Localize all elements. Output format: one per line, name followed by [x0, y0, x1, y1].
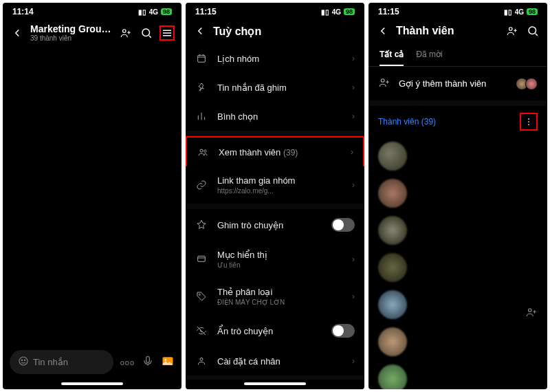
chat-header: Marketing Group - Đ... 39 thành viên: [3, 18, 182, 47]
option-personal-settings[interactable]: Cài đặt cá nhân ›: [186, 347, 364, 375]
member-item[interactable]: [368, 360, 547, 389]
emoji-icon[interactable]: [18, 356, 29, 369]
toggle-off[interactable]: [331, 218, 355, 232]
suggest-label: Gợi ý thêm thành viên: [399, 78, 510, 89]
back-icon[interactable]: [10, 25, 25, 41]
mic-icon[interactable]: [142, 355, 154, 370]
option-category[interactable]: Thẻ phân loại ĐIỆN MÁY CHỢ LỚN ›: [186, 278, 364, 315]
battery-badge: 98: [344, 8, 355, 15]
user-settings-icon: [195, 356, 208, 367]
svg-point-15: [509, 28, 513, 31]
svg-point-0: [123, 29, 126, 32]
back-icon[interactable]: [192, 23, 208, 39]
tab-invited[interactable]: Đã mời: [416, 44, 442, 66]
gallery-icon[interactable]: [161, 354, 175, 371]
network-label: 4G: [332, 8, 341, 16]
menu-icon[interactable]: [160, 25, 175, 41]
chat-input-bar: Tin nhắn ooo: [3, 345, 182, 380]
title-block[interactable]: Marketing Group - Đ... 39 thành viên: [30, 23, 113, 42]
status-bar: 11:14 ▮▯ 4G 98: [3, 3, 182, 18]
status-bar: 11:15 ▮▯ 4G 98: [368, 3, 547, 18]
chevron-right-icon: ›: [351, 147, 353, 157]
option-hide-chat[interactable]: Ẩn trò chuyện: [186, 315, 364, 347]
option-label: Ghim trò chuyện: [217, 220, 322, 230]
option-label: Thẻ phân loại ĐIỆN MÁY CHỢ LỚN: [217, 287, 342, 306]
option-label: Mục hiển thị Ưu tiên: [217, 250, 342, 269]
toggle-off[interactable]: [331, 324, 355, 338]
section-divider: [368, 100, 547, 106]
status-time: 11:15: [378, 7, 399, 17]
member-item[interactable]: [368, 175, 547, 212]
member-tabs: Tất cả Đã mời: [368, 44, 547, 67]
option-join-link[interactable]: Link tham gia nhóm https://zalo.me/g... …: [186, 166, 364, 204]
home-indicator: [244, 382, 306, 385]
avatar: [378, 179, 407, 208]
pin-icon: [195, 82, 208, 93]
members-title: Thành viên: [396, 25, 499, 37]
calendar-icon: [195, 53, 208, 64]
signal-icon: ▮▯: [138, 8, 146, 16]
input-placeholder: Tin nhắn: [33, 357, 68, 367]
svg-rect-5: [146, 356, 150, 362]
battery-badge: 98: [161, 8, 172, 15]
svg-rect-8: [198, 55, 206, 62]
tab-all[interactable]: Tất cả: [380, 44, 404, 66]
avatar: [378, 327, 407, 356]
svg-point-12: [199, 294, 200, 295]
svg-point-19: [528, 121, 529, 122]
screen-options: 11:15 ▮▯ 4G 98 Tuỳ chọn Lịch nhóm › Tin …: [186, 3, 364, 389]
option-pin-chat[interactable]: Ghim trò chuyện: [186, 209, 364, 241]
option-label: Ẩn trò chuyện: [217, 326, 322, 336]
search-icon[interactable]: [139, 25, 154, 41]
chat-body: [3, 47, 182, 345]
option-display[interactable]: Mục hiển thị Ưu tiên ›: [186, 241, 364, 278]
svg-point-2: [19, 357, 28, 365]
member-item[interactable]: [368, 249, 547, 286]
tag-icon: [195, 291, 208, 302]
status-time: 11:14: [12, 7, 34, 17]
option-pinned[interactable]: Tin nhắn đã ghim ›: [186, 73, 364, 102]
screen-members: 11:15 ▮▯ 4G 98 Thành viên Tất cả Đã mời …: [368, 3, 547, 389]
member-item[interactable]: [368, 323, 547, 360]
chevron-right-icon: ›: [352, 54, 355, 63]
section-divider: [186, 375, 364, 380]
status-time: 11:15: [195, 7, 217, 17]
members-count-label: Thành viên (39): [378, 117, 436, 127]
svg-point-4: [24, 360, 25, 360]
member-item[interactable]: [368, 286, 547, 323]
suggest-members[interactable]: Gợi ý thêm thành viên: [368, 67, 547, 100]
home-indicator: [61, 382, 123, 385]
suggested-avatars: [518, 78, 538, 90]
status-bar: 11:15 ▮▯ 4G 98: [186, 3, 364, 18]
option-view-members[interactable]: Xem thành viên (39) ›: [186, 136, 364, 166]
poll-icon: [195, 111, 208, 122]
member-item[interactable]: [368, 138, 547, 175]
member-list[interactable]: [368, 138, 547, 389]
screen-chat: 11:14 ▮▯ 4G 98 Marketing Group - Đ... 39…: [3, 3, 182, 389]
network-label: 4G: [149, 8, 158, 16]
avatar: [378, 290, 407, 319]
section-divider: [186, 131, 364, 136]
option-poll[interactable]: Bình chọn ›: [186, 102, 364, 131]
message-input[interactable]: Tin nhắn: [10, 350, 113, 374]
more-icon[interactable]: ooo: [120, 358, 135, 367]
svg-point-3: [21, 360, 22, 360]
display-icon: [195, 254, 208, 265]
add-member-icon[interactable]: [118, 25, 133, 41]
search-icon[interactable]: [525, 23, 540, 39]
status-right: ▮▯ 4G 98: [504, 8, 538, 16]
chevron-right-icon: ›: [352, 111, 355, 121]
member-item[interactable]: [368, 212, 547, 249]
option-calendar[interactable]: Lịch nhóm ›: [186, 44, 364, 73]
add-member-icon: [378, 76, 390, 91]
signal-icon: ▮▯: [504, 8, 512, 16]
kebab-menu-icon[interactable]: [520, 113, 538, 131]
back-icon[interactable]: [375, 23, 390, 39]
link-icon: [195, 179, 208, 190]
chevron-right-icon: ›: [352, 83, 355, 92]
add-member-icon[interactable]: [505, 23, 520, 39]
option-label: Bình chọn: [217, 111, 342, 122]
svg-point-13: [200, 358, 203, 360]
svg-point-17: [382, 79, 385, 83]
add-member-floating-icon[interactable]: [525, 306, 538, 321]
